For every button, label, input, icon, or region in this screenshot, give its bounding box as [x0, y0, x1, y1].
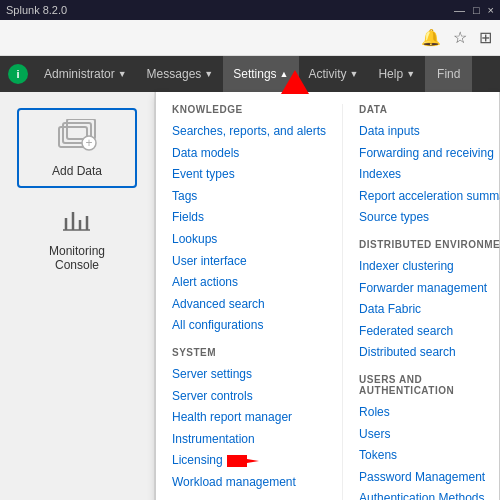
dropdown-col-left: KNOWLEDGE Searches, reports, and alerts … — [156, 104, 342, 500]
instrumentation-link[interactable]: Instrumentation — [172, 429, 326, 451]
users-auth-header: USERS AND AUTHENTICATION — [359, 374, 500, 396]
data-models-link[interactable]: Data models — [172, 143, 326, 165]
arrow-right-icon — [227, 453, 259, 469]
icon-bar: 🔔 ☆ ⊞ — [0, 20, 500, 56]
authentication-methods-link[interactable]: Authentication Methods — [359, 488, 500, 500]
svg-text:+: + — [85, 136, 92, 150]
help-caret: ▼ — [406, 69, 415, 79]
sidebar: + Add Data MonitoringConsole — [0, 92, 155, 500]
maximize-button[interactable]: □ — [473, 4, 480, 16]
svg-marker-11 — [227, 455, 259, 467]
distributed-search-link[interactable]: Distributed search — [359, 342, 500, 364]
searches-reports-alerts-link[interactable]: Searches, reports, and alerts — [172, 121, 326, 143]
settings-dropdown: KNOWLEDGE Searches, reports, and alerts … — [155, 92, 500, 500]
app-title: Splunk 8.2.0 — [6, 4, 454, 16]
users-link[interactable]: Users — [359, 424, 500, 446]
activity-label: Activity — [309, 67, 347, 81]
workload-management-link[interactable]: Workload management — [172, 472, 326, 494]
administrator-label: Administrator — [44, 67, 115, 81]
data-fabric-link[interactable]: Data Fabric — [359, 299, 500, 321]
add-data-button[interactable]: + Add Data — [17, 108, 137, 188]
star-icon[interactable]: ☆ — [453, 28, 467, 47]
all-configurations-link[interactable]: All configurations — [172, 315, 326, 337]
indexes-link[interactable]: Indexes — [359, 164, 500, 186]
minimize-button[interactable]: — — [454, 4, 465, 16]
apps-icon[interactable]: ⊞ — [479, 28, 492, 47]
roles-link[interactable]: Roles — [359, 402, 500, 424]
brand-icon: i — [8, 64, 28, 84]
messages-caret: ▼ — [204, 69, 213, 79]
source-types-link[interactable]: Source types — [359, 207, 500, 229]
server-controls-link[interactable]: Server controls — [172, 386, 326, 408]
messages-label: Messages — [147, 67, 202, 81]
nav-activity[interactable]: Activity ▼ — [299, 56, 369, 92]
report-acceleration-link[interactable]: Report acceleration summa... — [359, 186, 500, 208]
nav-help[interactable]: Help ▼ — [368, 56, 425, 92]
administrator-caret: ▼ — [118, 69, 127, 79]
health-report-manager-link[interactable]: Health report manager — [172, 407, 326, 429]
svg-marker-10 — [281, 70, 309, 94]
close-button[interactable]: × — [488, 4, 494, 16]
monitoring-console-button[interactable]: MonitoringConsole — [49, 208, 105, 272]
nav-find[interactable]: Find — [425, 56, 472, 92]
activity-caret: ▼ — [350, 69, 359, 79]
tags-link[interactable]: Tags — [172, 186, 326, 208]
server-settings-link[interactable]: Server settings — [172, 364, 326, 386]
federated-search-link[interactable]: Federated search — [359, 321, 500, 343]
event-types-link[interactable]: Event types — [172, 164, 326, 186]
nav-administrator[interactable]: Administrator ▼ — [34, 56, 137, 92]
tokens-link[interactable]: Tokens — [359, 445, 500, 467]
window-controls[interactable]: — □ × — [454, 4, 494, 16]
indexer-clustering-link[interactable]: Indexer clustering — [359, 256, 500, 278]
forwarder-management-link[interactable]: Forwarder management — [359, 278, 500, 300]
password-management-link[interactable]: Password Management — [359, 467, 500, 489]
monitoring-console-label: MonitoringConsole — [49, 244, 105, 272]
settings-label: Settings — [233, 67, 276, 81]
add-data-icon: + — [57, 119, 97, 158]
data-header: DATA — [359, 104, 500, 115]
user-interface-link[interactable]: User interface — [172, 251, 326, 273]
help-label: Help — [378, 67, 403, 81]
dropdown-col-right: DATA Data inputs Forwarding and receivin… — [342, 104, 500, 500]
title-bar: Splunk 8.2.0 — □ × — [0, 0, 500, 20]
notification-icon[interactable]: 🔔 — [421, 28, 441, 47]
arrow-up-indicator — [281, 70, 309, 97]
main-area: + Add Data MonitoringConsole — [0, 92, 500, 500]
licensing-link[interactable]: Licensing — [172, 450, 223, 472]
add-data-label: Add Data — [52, 164, 102, 178]
knowledge-header: KNOWLEDGE — [172, 104, 326, 115]
lookups-link[interactable]: Lookups — [172, 229, 326, 251]
fields-link[interactable]: Fields — [172, 207, 326, 229]
nav-bar: i Administrator ▼ Messages ▼ Settings ▲ … — [0, 56, 500, 92]
data-inputs-link[interactable]: Data inputs — [359, 121, 500, 143]
distributed-header: DISTRIBUTED ENVIRONMENT — [359, 239, 500, 250]
advanced-search-link[interactable]: Advanced search — [172, 294, 326, 316]
nav-messages[interactable]: Messages ▼ — [137, 56, 224, 92]
forwarding-receiving-link[interactable]: Forwarding and receiving — [359, 143, 500, 165]
alert-actions-link[interactable]: Alert actions — [172, 272, 326, 294]
monitoring-icon — [62, 208, 92, 240]
system-header: SYSTEM — [172, 347, 326, 358]
